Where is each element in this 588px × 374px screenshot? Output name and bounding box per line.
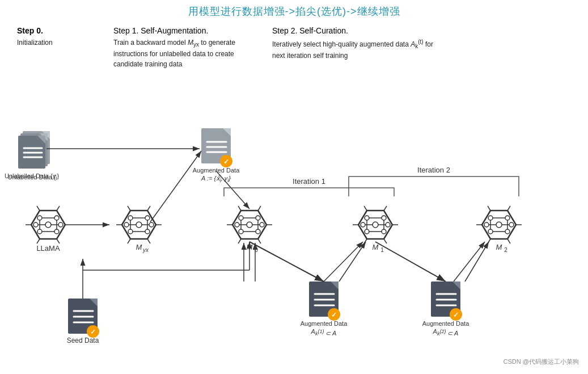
svg-point-98 [260,222,264,227]
svg-point-99 [239,229,243,234]
svg-point-56 [37,229,42,234]
svg-point-120 [386,222,390,227]
svg-line-112 [238,239,241,243]
svg-text:M: M [136,243,142,251]
svg-line-67 [37,206,40,211]
aug-data-iter2: ✓ [431,281,462,321]
svg-marker-51 [31,211,65,239]
diagram-svg: Unlabelled Data { Unlabelled Data {yi} ✓… [0,20,588,372]
svg-point-52 [37,216,42,220]
svg-point-139 [488,216,493,220]
svg-line-165 [150,151,201,222]
svg-marker-116 [358,211,392,239]
svg-point-123 [373,222,378,228]
svg-line-69 [37,239,40,243]
svg-text:M: M [373,243,379,251]
m1-icon: M 1 [353,206,398,253]
svg-text:Augmented Data: Augmented Data [301,320,348,327]
svg-line-91 [147,239,150,243]
svg-line-170 [454,242,485,281]
svg-point-101 [247,222,252,228]
footer-credit: CSDN @代码搬运工小菜狗 [504,358,579,366]
svg-point-118 [382,216,386,220]
svg-text:Augmented Data: Augmented Data [422,320,469,327]
svg-line-111 [258,206,261,211]
banner: 用模型进行数据增强->掐尖(选优)->继续增强 [0,0,588,20]
svg-line-171 [465,242,489,281]
svg-text:✓: ✓ [223,158,229,166]
svg-point-76 [149,222,154,227]
svg-text:M: M [496,243,502,251]
svg-point-79 [136,222,142,228]
svg-point-144 [505,229,510,234]
svg-text:Iteration 1: Iteration 1 [293,177,325,186]
content-area: Step 0. Initialization Step 1. Self-Augm… [0,20,588,371]
svg-point-100 [256,229,260,234]
svg-point-57 [54,229,59,234]
svg-point-77 [128,229,133,234]
svg-point-74 [145,216,150,220]
svg-text:✓: ✓ [331,311,337,319]
svg-point-75 [124,222,129,227]
svg-point-54 [33,222,38,227]
aug-data-iter1: ✓ [309,281,340,321]
svg-line-70 [57,239,60,243]
svg-text:Ak(2) ⊂ A: Ak(2) ⊂ A [433,328,459,337]
svg-line-154 [488,206,490,211]
svg-point-145 [496,222,502,228]
svg-text:Seed Data: Seed Data [67,337,99,344]
svg-line-155 [507,206,510,211]
myx-icon: M yx [116,206,162,253]
svg-point-117 [365,216,369,220]
svg-line-132 [364,206,367,211]
svg-point-58 [45,222,51,228]
svg-point-143 [488,229,493,234]
svg-text:✓: ✓ [453,311,459,319]
svg-point-140 [505,216,510,220]
svg-point-122 [382,229,386,234]
svg-text:LLaMA: LLaMA [36,244,60,253]
svg-point-55 [58,222,63,227]
svg-point-95 [239,216,243,220]
svg-point-78 [145,229,150,234]
svg-line-68 [57,206,60,211]
svg-line-166 [249,242,324,281]
svg-line-88 [128,206,130,211]
svg-line-110 [238,206,241,211]
svg-point-73 [128,216,133,220]
svg-text:Iteration 2: Iteration 2 [417,166,450,174]
svg-line-169 [375,242,446,281]
svg-line-90 [128,239,130,243]
banner-text: 用模型进行数据增强->掐尖(选优)->继续增强 [188,6,400,17]
svg-point-119 [361,222,365,227]
svg-line-135 [384,239,387,243]
seed-data-doc: ✓ [68,299,99,338]
svg-point-53 [54,216,59,220]
svg-marker-72 [122,211,156,239]
svg-point-141 [484,222,489,227]
llama-icon: LLaMA [26,206,71,253]
svg-line-89 [147,206,150,211]
svg-text:yx: yx [142,247,149,253]
svg-marker-94 [232,211,266,239]
svg-line-157 [507,239,510,243]
svg-text:2: 2 [504,247,507,253]
svg-point-142 [509,222,514,227]
aug-data-top: ✓ [201,128,232,167]
svg-point-121 [365,229,369,234]
svg-point-96 [256,216,260,220]
svg-text:Augmented Data: Augmented Data [193,167,240,174]
svg-text:Ak(1) ⊂ A: Ak(1) ⊂ A [311,328,337,337]
svg-marker-138 [482,211,516,239]
svg-point-97 [235,222,239,227]
svg-text:1: 1 [380,247,384,253]
svg-line-113 [258,239,261,243]
svg-text:✓: ✓ [90,328,96,336]
svg-line-133 [384,206,387,211]
svg-line-173 [216,171,249,209]
m2-icon: M 2 [476,206,522,253]
